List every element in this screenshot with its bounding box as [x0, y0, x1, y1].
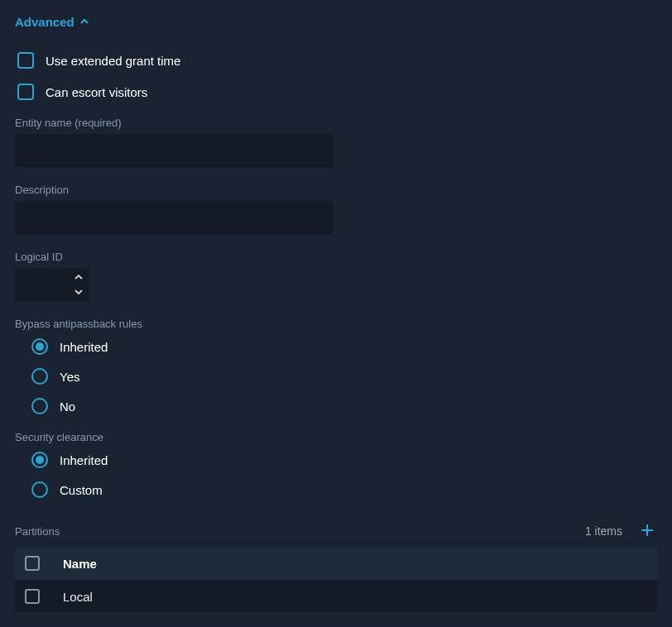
bypass-apb-label: Bypass antipassback rules	[15, 318, 657, 330]
logical-id-label: Logical ID	[15, 251, 657, 263]
extended-grant-label: Use extended grant time	[46, 54, 180, 68]
description-label: Description	[15, 184, 657, 196]
chevron-down-icon	[74, 286, 83, 299]
security-clearance-custom-label: Custom	[60, 483, 103, 497]
security-clearance-inherited-label: Inherited	[60, 453, 108, 467]
description-field[interactable]	[15, 201, 333, 234]
logical-id-increment[interactable]	[68, 270, 89, 285]
plus-icon	[640, 523, 655, 540]
extended-grant-checkbox[interactable]	[17, 52, 34, 69]
bypass-apb-yes-radio[interactable]	[31, 368, 48, 385]
table-row[interactable]: Local	[15, 581, 657, 612]
partitions-count: 1 items	[585, 524, 622, 538]
bypass-apb-no-radio[interactable]	[31, 398, 48, 414]
partitions-label: Partitions	[15, 525, 60, 538]
section-title: Advanced	[15, 15, 74, 29]
can-escort-label: Can escort visitors	[46, 85, 147, 99]
security-clearance-inherited-radio[interactable]	[31, 452, 48, 468]
bypass-apb-inherited-radio[interactable]	[31, 338, 48, 355]
security-clearance-label: Security clearance	[15, 431, 657, 443]
add-partition-button[interactable]	[637, 521, 657, 541]
table-header-row: Name	[15, 548, 657, 579]
logical-id-field[interactable]	[15, 268, 68, 301]
chevron-up-icon	[79, 15, 89, 29]
entity-name-label: Entity name (required)	[15, 117, 657, 129]
partition-name-cell: Local	[63, 590, 93, 604]
bypass-apb-no-label: No	[60, 400, 75, 414]
security-clearance-custom-radio[interactable]	[31, 481, 48, 498]
chevron-up-icon	[74, 271, 83, 284]
bypass-apb-inherited-label: Inherited	[60, 340, 108, 354]
select-all-checkbox[interactable]	[25, 556, 40, 571]
column-header-name: Name	[63, 557, 97, 571]
advanced-section-toggle[interactable]: Advanced	[15, 15, 657, 29]
entity-name-field[interactable]	[15, 134, 333, 167]
row-checkbox[interactable]	[25, 589, 40, 604]
bypass-apb-yes-label: Yes	[60, 370, 79, 384]
logical-id-decrement[interactable]	[68, 285, 89, 299]
can-escort-checkbox[interactable]	[17, 84, 34, 100]
partitions-table: Name Local	[15, 548, 657, 612]
